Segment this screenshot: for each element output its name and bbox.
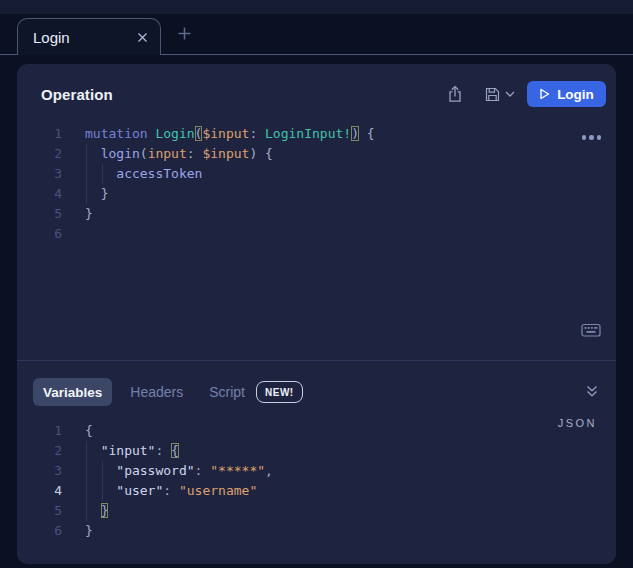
code-token [85,483,116,498]
code-text: "input": { [85,441,179,461]
tab-variables[interactable]: Variables [33,378,112,406]
code-text: "password": "*****", [85,461,273,481]
collapse-panel-icon[interactable] [584,383,600,399]
indent-guide [102,164,103,184]
indent-guide [86,144,87,204]
code-token: mutation [85,126,148,141]
code-token: ) [351,126,359,141]
code-token: : [155,443,171,458]
code-line[interactable]: 5} [17,204,616,224]
tab-title: Login [33,29,70,46]
line-number: 2 [17,144,62,164]
code-token: : [249,126,265,141]
code-text: { [85,421,93,441]
code-token: "input" [101,443,156,458]
code-token [85,463,116,478]
line-number: 4 [17,184,62,204]
line-number: 1 [17,124,62,144]
variables-tab-bar: Variables Headers Script NEW! [33,378,303,406]
operation-header: Operation Login [17,64,616,124]
code-line[interactable]: 3 accessToken [17,164,616,184]
code-line[interactable]: 6} [17,521,616,541]
tab-login[interactable]: Login [17,18,161,55]
tab-script[interactable]: Script [209,384,245,400]
operation-panel: Operation Login 1mutation Login( [17,64,616,564]
code-line[interactable]: 1{ [17,421,616,441]
code-token: "*****" [210,463,265,478]
indent-guide [86,441,87,521]
code-token: accessToken [116,166,202,181]
indent-guide [102,461,103,501]
code-token: : [187,146,203,161]
code-token: } [85,206,93,221]
code-token: input [148,146,187,161]
code-line[interactable]: 5 } [17,501,616,521]
code-token: { [359,126,375,141]
tab-headers[interactable]: Headers [130,384,183,400]
code-token: } [101,503,109,518]
play-icon [539,88,550,100]
code-token: ( [140,146,148,161]
code-token: { [171,443,179,458]
line-number: 2 [17,441,62,461]
code-line[interactable]: 2 login(input: $input) { [17,144,616,164]
run-button-label: Login [557,87,594,102]
code-token: "username" [179,483,257,498]
line-number: 4 [17,481,62,501]
code-token: "user" [116,483,163,498]
code-token [85,166,116,181]
code-token: $input [202,146,249,161]
code-line[interactable]: 4 } [17,184,616,204]
app-header-strip [0,0,633,14]
line-number: 3 [17,164,62,184]
operation-editor[interactable]: 1mutation Login($input: LoginInput!) {2 … [17,124,616,244]
code-line[interactable]: 4 "user": "username" [17,481,616,501]
code-token [85,146,101,161]
code-token: } [85,523,93,538]
panel-divider [17,360,616,361]
line-number: 6 [17,224,62,244]
line-number: 1 [17,421,62,441]
code-token: { [85,423,93,438]
code-line[interactable]: 6 [17,224,616,244]
code-line[interactable]: 1mutation Login($input: LoginInput!) { [17,124,616,144]
line-number: 6 [17,521,62,541]
code-token [85,443,101,458]
code-token: } [85,186,108,201]
code-text: } [85,204,93,224]
code-token: , [265,463,273,478]
run-login-button[interactable]: Login [527,81,606,107]
panel-title: Operation [41,86,113,103]
line-number: 3 [17,461,62,481]
code-line[interactable]: 3 "password": "*****", [17,461,616,481]
code-token: login [101,146,140,161]
keyboard-shortcuts-icon[interactable] [581,322,601,342]
save-icon[interactable] [484,86,501,103]
code-token: : [195,463,211,478]
code-token: : [163,483,179,498]
code-token [85,503,101,518]
code-token: LoginInput! [265,126,351,141]
code-text: login(input: $input) { [85,144,273,164]
line-number: 5 [17,204,62,224]
more-options-icon[interactable] [582,135,602,140]
new-tab-button[interactable] [172,21,196,45]
code-text: } [85,521,93,541]
code-token: "password" [116,463,194,478]
code-text: "user": "username" [85,481,257,501]
code-text: } [85,184,108,204]
code-token: Login [155,126,194,141]
code-text: } [85,501,108,521]
share-icon[interactable] [447,85,463,103]
save-options-chevron-icon[interactable] [505,91,515,97]
variables-editor[interactable]: 1{2 "input": {3 "password": "*****",4 "u… [17,421,616,541]
code-token: $input [202,126,249,141]
new-badge: NEW! [256,381,303,403]
close-icon[interactable] [136,31,149,44]
code-line[interactable]: 2 "input": { [17,441,616,461]
code-token: ) { [249,146,272,161]
line-number: 5 [17,501,62,521]
code-text: mutation Login($input: LoginInput!) { [85,124,375,144]
